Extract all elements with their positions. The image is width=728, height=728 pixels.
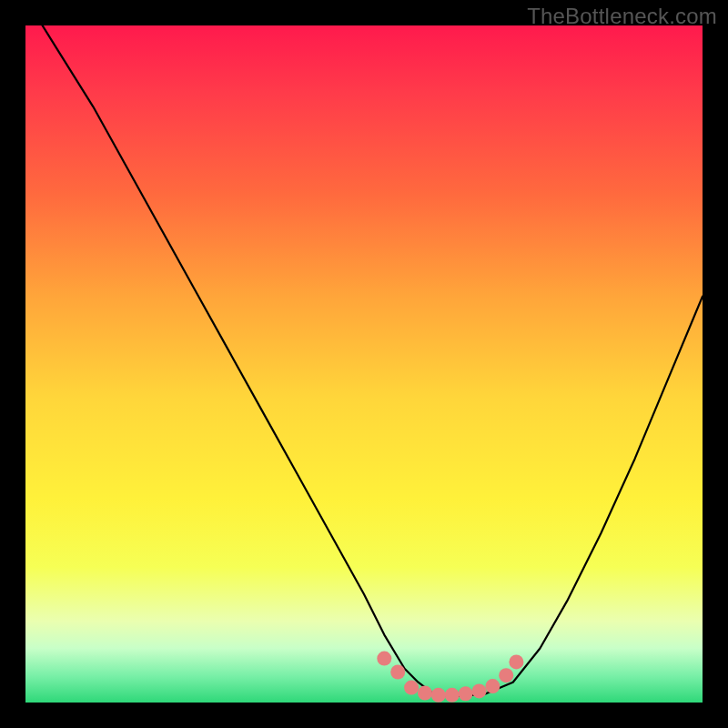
plot-area	[25, 25, 703, 703]
valley-dot	[472, 683, 487, 698]
valley-dot	[418, 686, 432, 701]
valley-dot	[390, 665, 405, 680]
curve-layer	[25, 25, 703, 703]
valley-dot	[499, 668, 513, 682]
valley-dot	[404, 681, 419, 695]
valley-dot	[377, 652, 391, 666]
valley-dot	[445, 688, 460, 703]
bottleneck-curve	[25, 25, 703, 696]
valley-dot	[431, 688, 446, 703]
valley-dot	[509, 654, 523, 669]
chart-frame: TheBottleneck.com	[0, 0, 728, 728]
valley-dot	[459, 686, 473, 701]
valley-dot	[485, 679, 500, 693]
